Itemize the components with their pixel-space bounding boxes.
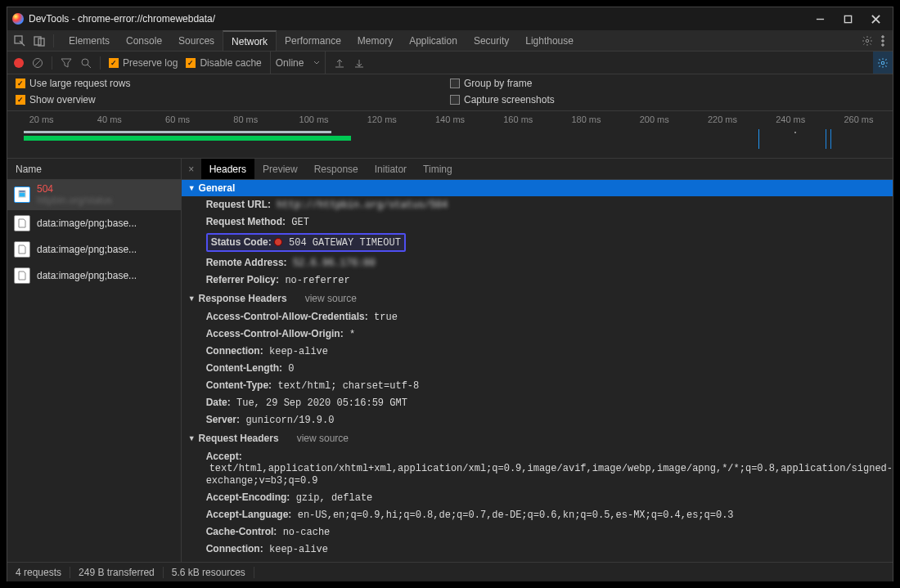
- close-button[interactable]: [862, 7, 889, 30]
- tab-network[interactable]: Network: [223, 30, 277, 51]
- section-request-label: Request Headers: [199, 433, 279, 444]
- tab-elements[interactable]: Elements: [61, 30, 118, 51]
- remote-address-key: Remote Address:: [206, 257, 287, 268]
- inspect-icon[interactable]: [14, 35, 25, 47]
- hdr-value: 0: [288, 363, 294, 375]
- hdr-value: Tue, 29 Sep 2020 05:16:59 GMT: [236, 397, 407, 409]
- svg-line-14: [88, 65, 91, 68]
- timeline-marker: [826, 129, 826, 149]
- hdr-value: keep-alive: [269, 346, 328, 357]
- request-row[interactable]: data:image/png;base...: [7, 210, 181, 236]
- tick-label: 40 ms: [75, 114, 143, 126]
- hdr-value: *: [349, 329, 355, 340]
- window-title: DevTools - chrome-error://chromewebdata/: [29, 13, 215, 25]
- close-panel-icon[interactable]: ×: [182, 159, 201, 179]
- timeline-bar: [24, 136, 351, 141]
- hdr-value: 1: [234, 561, 240, 562]
- tab-timing[interactable]: Timing: [415, 159, 461, 179]
- capture-screenshots-checkbox[interactable]: Capture screenshots: [450, 94, 884, 105]
- request-name: data:image/png;base...: [37, 218, 137, 229]
- column-header-name[interactable]: Name: [7, 159, 181, 180]
- request-name: data:image/png;base...: [37, 270, 137, 281]
- view-source-link[interactable]: view source: [305, 293, 357, 304]
- section-general[interactable]: ▼General: [182, 180, 893, 196]
- filter-icon[interactable]: [61, 57, 72, 69]
- request-url-value: http://httpbin.org/status/504: [277, 200, 448, 211]
- section-response-headers[interactable]: ▼Response Headersview source: [182, 289, 893, 308]
- hdr-key: Content-Length:: [206, 362, 282, 374]
- hdr-value: gunicorn/19.9.0: [245, 415, 334, 426]
- status-bar: 4 requests 249 B transferred 5.6 kB reso…: [7, 562, 893, 581]
- section-general-label: General: [199, 182, 236, 194]
- status-code-key: Status Code:: [211, 236, 272, 248]
- record-button[interactable]: [14, 58, 24, 68]
- status-code-value: 504 GATEWAY TIMEOUT: [289, 237, 401, 249]
- tab-security[interactable]: Security: [466, 30, 517, 51]
- referrer-policy-key: Referrer Policy:: [206, 274, 279, 285]
- tab-preview[interactable]: Preview: [254, 159, 306, 179]
- request-row[interactable]: 504httpbin.org/status: [7, 180, 181, 210]
- show-overview-checkbox[interactable]: Show overview: [16, 94, 450, 105]
- group-by-frame-checkbox[interactable]: Group by frame: [450, 78, 884, 89]
- request-row[interactable]: data:image/png;base...: [7, 236, 181, 263]
- tab-sources[interactable]: Sources: [170, 30, 223, 51]
- tab-response[interactable]: Response: [306, 159, 367, 179]
- network-settings-icon[interactable]: [873, 52, 893, 74]
- hdr-key: Accept-Encoding:: [206, 491, 290, 503]
- detail-tabs: × Headers Preview Response Initiator Tim…: [182, 159, 893, 180]
- file-icon: [14, 215, 30, 231]
- clear-icon[interactable]: [32, 57, 43, 69]
- view-source-link[interactable]: view source: [297, 433, 349, 444]
- tab-headers[interactable]: Headers: [201, 159, 254, 179]
- svg-point-13: [82, 59, 88, 65]
- tick-label: 100 ms: [280, 114, 348, 126]
- timeline-bar: [24, 131, 331, 133]
- timeline-overview[interactable]: 20 ms 40 ms 60 ms 80 ms 100 ms 120 ms 14…: [7, 111, 893, 159]
- kebab-menu-icon[interactable]: [881, 35, 884, 47]
- svg-rect-16: [19, 192, 25, 197]
- device-toggle-icon[interactable]: [34, 35, 45, 47]
- throttling-select[interactable]: Online: [270, 52, 326, 74]
- svg-rect-1: [844, 16, 851, 22]
- section-request-headers[interactable]: ▼Request Headersview source: [182, 429, 893, 448]
- request-name: data:image/png;base...: [37, 244, 137, 255]
- tick-label: 120 ms: [348, 114, 416, 126]
- request-list-panel: Name 504httpbin.org/status data:image/pn…: [7, 159, 182, 562]
- upload-har-icon[interactable]: [334, 57, 345, 69]
- search-icon[interactable]: [80, 57, 92, 69]
- hdr-key: Content-Type:: [206, 379, 272, 391]
- tab-performance[interactable]: Performance: [277, 30, 349, 51]
- hdr-value: text/html,application/xhtml+xml,applicat…: [206, 463, 893, 487]
- status-transferred: 249 B transferred: [70, 567, 164, 578]
- hdr-value: gzip, deflate: [296, 492, 373, 504]
- status-resources: 5.6 kB resources: [164, 567, 254, 578]
- hdr-key: Server:: [206, 414, 240, 425]
- request-method-value: GET: [291, 217, 309, 228]
- use-large-rows-checkbox[interactable]: Use large request rows: [16, 78, 450, 89]
- disable-cache-checkbox[interactable]: Disable cache: [186, 57, 261, 69]
- tab-console[interactable]: Console: [118, 30, 170, 51]
- maximize-button[interactable]: [834, 7, 862, 30]
- file-icon: [14, 241, 30, 258]
- hdr-value: en-US,en;q=0.9,hi;q=0.8,de;q=0.7,de-DE;q…: [298, 509, 734, 521]
- group-by-frame-label: Group by frame: [464, 78, 532, 89]
- download-har-icon[interactable]: [353, 57, 365, 69]
- throttling-value: Online: [276, 57, 304, 69]
- tick-label: 20 ms: [7, 114, 75, 126]
- capture-screenshots-label: Capture screenshots: [464, 94, 555, 105]
- minimize-button[interactable]: [806, 7, 834, 30]
- tab-initiator[interactable]: Initiator: [367, 159, 415, 179]
- status-dot-icon: [274, 238, 282, 246]
- preserve-log-label: Preserve log: [123, 57, 178, 69]
- tab-memory[interactable]: Memory: [349, 30, 401, 51]
- svg-line-12: [35, 60, 41, 65]
- hdr-key: Access-Control-Allow-Credentials:: [206, 311, 368, 322]
- request-row[interactable]: data:image/png;base...: [7, 263, 181, 289]
- details-panel: × Headers Preview Response Initiator Tim…: [182, 159, 893, 562]
- preserve-log-checkbox[interactable]: Preserve log: [109, 57, 178, 69]
- tab-lighthouse[interactable]: Lighthouse: [517, 30, 582, 51]
- tick-label: 200 ms: [620, 114, 688, 126]
- settings-icon[interactable]: [862, 35, 873, 47]
- tick-label: 140 ms: [416, 114, 484, 126]
- tab-application[interactable]: Application: [401, 30, 466, 51]
